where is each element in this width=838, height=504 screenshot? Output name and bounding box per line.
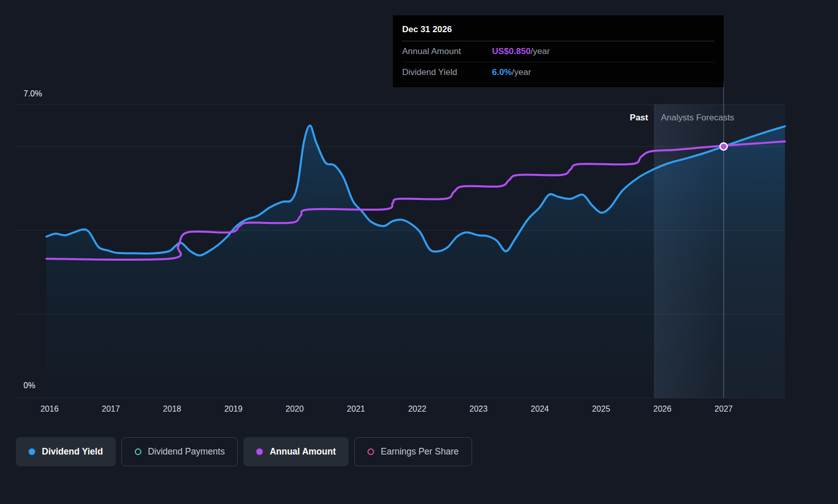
tooltip-row-dividend-yield: Dividend Yield 6.0% /year [402,62,714,83]
y-axis-label-top: 7.0% [23,89,42,98]
x-axis-label: 2022 [408,405,427,414]
y-axis-label-bottom: 0% [23,381,35,390]
tooltip-suffix: /year [512,67,531,78]
tooltip-suffix: /year [531,46,550,57]
tooltip-label: Annual Amount [402,46,492,57]
x-axis-label: 2020 [286,405,304,414]
x-axis-label: 2021 [347,405,365,414]
tooltip-row-annual-amount: Annual Amount US$0.850 /year [402,41,714,62]
chart-tooltip: Dec 31 2026 Annual Amount US$0.850 /year… [393,15,724,87]
x-axis-label: 2027 [714,405,733,414]
x-axis-label: 2024 [531,405,549,414]
x-axis-label: 2016 [40,405,59,414]
legend-label: Annual Amount [269,446,336,457]
forecasts-section-label: Analysts Forecasts [661,113,734,123]
tooltip-label: Dividend Yield [402,67,492,78]
dividend-yield-dot-icon [29,448,35,455]
tooltip-value: 6.0% [492,67,512,78]
dividend-chart-page: 7.0% 0% 20162017201820192020202120222023… [0,0,838,504]
past-section-label: Past [630,113,648,123]
chart-legend: Dividend Yield Dividend Payments Annual … [16,437,472,466]
tooltip-date: Dec 31 2026 [402,21,714,41]
annual-amount-dot-icon [256,448,263,455]
legend-item-dividend-payments[interactable]: Dividend Payments [121,437,238,466]
tooltip-value: US$0.850 [492,46,531,57]
x-axis-label: 2026 [653,405,672,414]
series-lines [46,125,785,398]
legend-item-dividend-yield[interactable]: Dividend Yield [16,437,116,466]
legend-item-annual-amount[interactable]: Annual Amount [243,437,349,466]
earnings-per-share-circle-icon [367,448,374,455]
x-axis: 2016201720182019202020212022202320242025… [0,405,838,418]
x-axis-label: 2017 [102,405,120,414]
x-axis-label: 2019 [224,405,242,414]
legend-label: Dividend Yield [42,446,103,457]
legend-label: Dividend Payments [148,446,225,457]
legend-item-earnings-per-share[interactable]: Earnings Per Share [354,437,472,466]
dividend-payments-circle-icon [135,448,141,455]
legend-label: Earnings Per Share [381,446,459,457]
x-axis-label: 2023 [470,405,488,414]
x-axis-label: 2025 [592,405,610,414]
x-axis-label: 2018 [163,405,181,414]
